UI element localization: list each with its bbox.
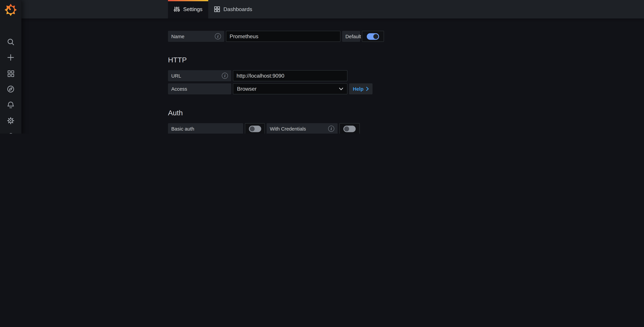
chevron-down-icon — [339, 87, 343, 90]
default-switch-box — [362, 31, 384, 42]
info-icon — [328, 126, 334, 132]
access-label-text: Access — [171, 86, 187, 92]
with-credentials-label: With Credentials — [266, 123, 338, 134]
url-label: URL — [168, 70, 231, 81]
apps-grid-icon — [214, 6, 220, 12]
info-icon — [222, 73, 228, 79]
tab-dashboards-label: Dashboards — [224, 6, 252, 12]
default-toggle[interactable] — [367, 33, 379, 39]
with-credentials-label-text: With Credentials — [270, 126, 306, 132]
app-root: ? Settings Dashboards Name Defaul — [0, 0, 644, 134]
name-input[interactable] — [226, 31, 340, 42]
tab-dashboards[interactable]: Dashboards — [208, 0, 258, 18]
tab-settings-label: Settings — [183, 6, 202, 12]
basic-auth-toggle[interactable] — [249, 125, 261, 132]
with-credentials-toggle[interactable] — [343, 125, 356, 132]
apps-grid-icon — [7, 69, 14, 77]
sidebar-item-explore[interactable] — [0, 81, 21, 97]
grafana-logo[interactable] — [4, 3, 18, 17]
auth-heading: Auth — [168, 109, 183, 117]
topbar: Settings Dashboards — [21, 0, 644, 18]
sidebar-item-create[interactable] — [0, 50, 21, 65]
sidebar: ? — [0, 0, 21, 134]
access-help-button[interactable]: Help — [349, 83, 373, 94]
url-input[interactable] — [233, 70, 348, 81]
bell-icon — [6, 101, 15, 109]
sidebar-item-search[interactable] — [0, 34, 21, 50]
basic-auth-label-text: Basic auth — [171, 126, 194, 132]
name-label-text: Name — [171, 33, 184, 39]
default-label-text: Default — [346, 33, 361, 39]
access-label: Access — [168, 83, 231, 94]
tab-settings[interactable]: Settings — [168, 0, 208, 18]
name-label: Name — [168, 31, 224, 42]
search-icon — [6, 38, 15, 46]
sidebar-item-server-admin[interactable] — [0, 129, 21, 134]
name-row: Name Default — [168, 31, 384, 42]
chevron-right-icon — [366, 87, 369, 91]
http-heading: HTTP — [168, 56, 187, 64]
access-select-value: Browser — [237, 86, 256, 92]
sliders-icon — [174, 6, 180, 12]
auth-row: Basic auth With Credentials — [168, 123, 360, 134]
default-label: Default — [342, 31, 360, 42]
sidebar-item-configuration[interactable] — [0, 113, 21, 128]
sidebar-item-dashboards[interactable] — [0, 66, 21, 81]
info-icon — [215, 33, 221, 39]
basic-auth-label: Basic auth — [168, 123, 243, 134]
sidebar-item-alerting[interactable] — [0, 97, 21, 113]
with-credentials-switch-box — [339, 123, 360, 134]
compass-icon — [6, 85, 15, 93]
shield-icon — [7, 132, 14, 134]
access-select[interactable]: Browser — [233, 83, 348, 94]
url-label-text: URL — [171, 73, 181, 79]
plus-icon — [6, 53, 15, 61]
basic-auth-switch-box — [245, 123, 265, 134]
gear-icon — [6, 117, 15, 125]
help-label: Help — [353, 86, 364, 92]
tab-bar: Settings Dashboards — [168, 0, 258, 18]
url-row: URL — [168, 70, 348, 81]
access-row: Access Browser — [168, 83, 348, 94]
